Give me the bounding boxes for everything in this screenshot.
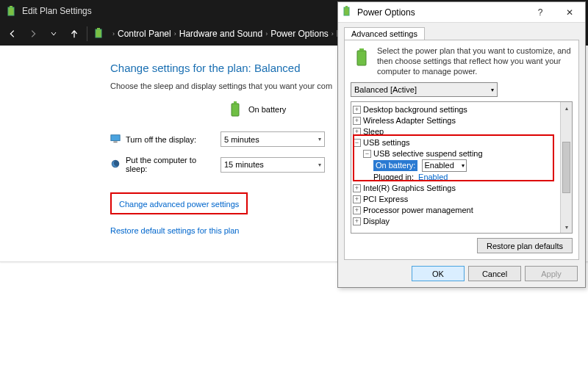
dialog-title-text: Power Options [357, 7, 415, 18]
expand-icon[interactable]: + [353, 106, 361, 114]
highlight-box: Change advanced power settings [110, 192, 248, 214]
settings-tree[interactable]: +Desktop background settings +Wireless A… [351, 102, 560, 233]
onbattery-select[interactable]: Enabled▾ [422, 159, 466, 172]
svg-rect-10 [345, 6, 348, 7]
battery-icon [228, 101, 243, 118]
svg-rect-3 [97, 28, 100, 29]
on-battery-label: On battery [248, 105, 286, 114]
chevron-down-icon: ▾ [491, 87, 494, 93]
back-button[interactable] [4, 26, 21, 42]
dialog-titlebar: Power Options ? ✕ [338, 2, 585, 23]
svg-rect-6 [111, 134, 120, 140]
sleep-value: 15 minutes [224, 160, 264, 169]
svg-rect-5 [234, 101, 237, 104]
chevron-right-icon: › [112, 30, 115, 37]
svg-rect-7 [113, 141, 117, 142]
restore-defaults-button[interactable]: Restore plan defaults [477, 238, 573, 253]
tab-strip: Advanced settings [344, 27, 579, 40]
chevron-right-icon: › [265, 30, 268, 37]
sleep-label: Put the computer to sleep: [126, 156, 213, 173]
chevron-down-icon: ▾ [462, 160, 465, 171]
expand-icon[interactable]: + [353, 184, 361, 192]
scroll-track[interactable] [561, 114, 572, 142]
tree-item: +Intel(R) Graphics Settings [353, 183, 559, 194]
expand-icon[interactable]: + [353, 195, 361, 203]
panel-buttons: Restore plan defaults [351, 234, 573, 253]
power-options-dialog: Power Options ? ✕ Advanced settings Sele… [337, 1, 586, 288]
tree-item: +Processor power management [353, 205, 559, 216]
chevron-down-icon: ▾ [318, 136, 321, 142]
svg-rect-2 [96, 29, 101, 37]
crumb-power[interactable]: Power Options [270, 29, 329, 39]
tab-advanced[interactable]: Advanced settings [344, 27, 425, 40]
change-advanced-link[interactable]: Change advanced power settings [119, 200, 239, 209]
plan-select[interactable]: Balanced [Active] ▾ [351, 82, 498, 97]
help-button[interactable]: ? [528, 3, 553, 22]
restore-default-link[interactable]: Restore default settings for this plan [110, 226, 239, 235]
tree-label-selected[interactable]: On battery: [373, 160, 417, 171]
settings-tree-wrap: +Desktop background settings +Wireless A… [351, 101, 573, 234]
tree-item-usb-suspend: −USB selective suspend setting [353, 148, 559, 159]
scroll-up-button[interactable]: ▴ [561, 102, 572, 114]
ok-button[interactable]: OK [412, 266, 465, 281]
pluggedin-value[interactable]: Enabled [418, 172, 448, 183]
display-value: 5 minutes [224, 135, 259, 144]
moon-icon [110, 159, 121, 170]
scroll-down-button[interactable]: ▾ [561, 221, 572, 233]
crumb-hardware[interactable]: Hardware and Sound [179, 29, 262, 39]
up-button[interactable] [66, 26, 82, 42]
close-button[interactable]: ✕ [557, 3, 582, 22]
cancel-button[interactable]: Cancel [468, 266, 521, 281]
display-label: Turn off the display: [126, 135, 196, 144]
scroll-track[interactable] [561, 193, 572, 221]
battery-icon [351, 46, 373, 68]
folder-icon [92, 26, 105, 42]
plan-selected-value: Balanced [Active] [354, 85, 417, 94]
dialog-body: Advanced settings Select the power plan … [338, 23, 585, 261]
chevron-right-icon: › [331, 30, 334, 37]
expand-icon[interactable]: + [353, 128, 361, 136]
svg-rect-0 [8, 7, 14, 15]
apply-button: Apply [525, 266, 578, 281]
dialog-footer: OK Cancel Apply [338, 261, 585, 287]
monitor-icon [110, 134, 121, 145]
tree-item: +Sleep [353, 126, 559, 137]
svg-rect-9 [344, 7, 349, 15]
tree-item: +PCI Express [353, 194, 559, 205]
intro-row: Select the power plan that you want to c… [351, 46, 573, 76]
svg-rect-12 [359, 48, 364, 51]
battery-icon [6, 5, 18, 17]
tree-item: +Display [353, 216, 559, 227]
crumb-control-panel[interactable]: Control Panel [118, 29, 171, 39]
intro-text: Select the power plan that you want to c… [377, 46, 573, 76]
window-title-text: Edit Plan Settings [22, 6, 92, 16]
scroll-thumb[interactable] [562, 142, 570, 193]
svg-rect-1 [10, 6, 12, 7]
collapse-icon[interactable]: − [363, 150, 371, 158]
chevron-down-icon: ▾ [318, 162, 321, 168]
tree-item: +Desktop background settings [353, 104, 559, 115]
svg-rect-4 [232, 104, 239, 116]
tree-scrollbar[interactable]: ▴ ▾ [560, 102, 572, 233]
forward-button[interactable] [25, 26, 41, 42]
tree-item-pluggedin: Plugged in: Enabled [353, 172, 559, 183]
tree-item-usb: −USB settings [353, 137, 559, 148]
recent-dropdown[interactable] [46, 26, 62, 42]
tree-item-onbattery: On battery: Enabled▾ [353, 159, 559, 172]
tab-panel: Select the power plan that you want to c… [344, 40, 579, 260]
expand-icon[interactable]: + [353, 206, 361, 214]
sleep-select[interactable]: 15 minutes ▾ [220, 157, 325, 173]
svg-rect-11 [357, 51, 366, 65]
tree-item: +Wireless Adapter Settings [353, 115, 559, 126]
display-select[interactable]: 5 minutes ▾ [220, 131, 325, 147]
breadcrumb: › Control Panel › Hardware and Sound › P… [112, 29, 343, 39]
battery-icon [341, 5, 353, 19]
chevron-right-icon: › [174, 30, 176, 37]
expand-icon[interactable]: + [353, 117, 361, 125]
expand-icon[interactable]: + [353, 217, 361, 225]
collapse-icon[interactable]: − [353, 139, 361, 147]
